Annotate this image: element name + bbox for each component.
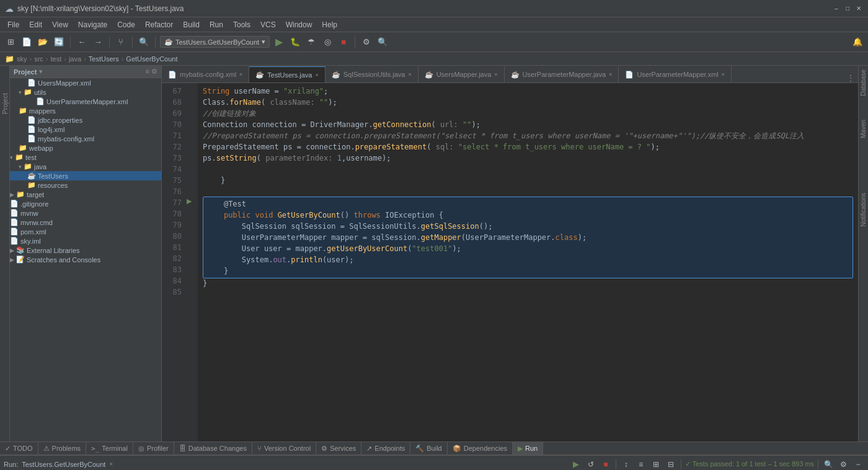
tree-item[interactable]: 📄 log4j.xml [10,125,161,134]
tree-item[interactable]: 📄 .gitignore [10,199,161,208]
tree-item[interactable]: 📄 mvnw.cmd [10,218,161,227]
tree-item[interactable]: 📄 jdbc.properties [10,115,161,125]
tab-overflow-button[interactable]: ⋮ [843,74,858,82]
tab-mybatis-config[interactable]: 📄 mybatis-config.xml × [162,66,249,82]
open-button[interactable]: 📂 [36,35,50,49]
menu-code[interactable]: Code [112,19,140,30]
tab-userparametermapper-java[interactable]: ☕ UserParameterMapper.java × [505,66,619,82]
tree-item[interactable]: 📄 sky.iml [10,236,161,246]
notifications-button[interactable]: 🔔 [851,35,864,49]
expand-button[interactable]: ⊞ [650,458,662,471]
tab-database-changes[interactable]: 🗄 Database Changes [174,442,252,454]
run-gutter-icon[interactable]: ▶ [187,197,192,205]
tab-userparametermapper-xml[interactable]: 📄 UserParameterMapper.xml × [619,66,732,82]
tab-close-icon[interactable]: × [315,72,318,78]
bc-getuserbycount[interactable]: GetUserByCount [126,55,177,63]
tree-item[interactable]: ▾ 📁 java [10,162,161,171]
tab-testusers[interactable]: ☕ TestUsers.java × [249,66,325,82]
tree-item[interactable]: 📄 UsersMapper.xml [10,78,161,87]
bc-src[interactable]: src [34,55,43,63]
code-content[interactable]: String userName = "xrilang"; Class.forNa… [198,83,858,441]
notifications-side-icon[interactable]: Notifications [860,193,867,226]
menu-vcs[interactable]: VCS [255,19,281,30]
sync-button[interactable]: 🔄 [52,35,66,49]
menu-refactor[interactable]: Refactor [140,19,178,30]
tab-problems[interactable]: ⚠ Problems [38,442,86,454]
run-button[interactable]: ▶ [272,35,286,49]
settings-icon[interactable]: ⚙ [151,68,157,76]
tab-version-control[interactable]: ⑂ Version Control [252,442,316,454]
menu-view[interactable]: View [47,19,73,30]
bc-test[interactable]: test [51,55,62,63]
minimize-button[interactable]: – [832,4,841,13]
menu-run[interactable]: Run [205,19,228,30]
close-button[interactable]: ✕ [854,4,863,13]
tree-item[interactable]: 📄 pom.xml [10,227,161,236]
menu-window[interactable]: Window [281,19,317,30]
back-button[interactable]: ← [75,35,89,49]
close-run-tab-icon[interactable]: × [109,461,113,468]
search-button[interactable]: 🔍 [137,35,151,49]
tab-close-icon[interactable]: × [494,71,497,78]
bc-java[interactable]: java [69,55,81,63]
tab-todo[interactable]: ✓ TODO [0,442,38,454]
project-panel-icon[interactable]: Project [1,93,9,114]
forward-button[interactable]: → [91,35,105,49]
run-again-button[interactable]: ▶ [570,458,582,471]
tree-item[interactable]: 📁 webapp [10,143,161,153]
tab-terminal[interactable]: >_ Terminal [86,442,133,454]
tree-item[interactable]: 📄 mybatis-config.xml [10,134,161,143]
tree-item[interactable]: 📁 mappers [10,106,161,115]
tab-endpoints[interactable]: ↗ Endpoints [361,442,410,454]
tree-item[interactable]: 📄 mvnw [10,208,161,218]
collapse-button[interactable]: ⊟ [665,458,677,471]
maximize-button[interactable]: □ [843,4,852,13]
stop-button[interactable]: ■ [337,35,350,49]
settings-button[interactable]: ⚙ [360,35,373,49]
menu-help[interactable]: Help [317,19,342,30]
maven-panel-icon[interactable]: Maven [860,120,867,138]
menu-build[interactable]: Build [178,19,205,30]
new-file-button[interactable]: 📄 [20,35,33,49]
debug-button[interactable]: 🐛 [288,35,302,49]
git-button[interactable]: ⑂ [114,35,128,49]
bc-testusers[interactable]: TestUsers [89,55,119,63]
tab-close-icon[interactable]: × [722,71,725,78]
menu-file[interactable]: File [2,19,24,30]
tree-item[interactable]: ▶ 📁 target [10,190,161,199]
filter-button[interactable]: ≡ [635,458,647,471]
coverage-button[interactable]: ☂ [304,35,318,49]
database-panel-icon[interactable]: Database [860,69,867,96]
tab-profiler[interactable]: ◎ Profiler [133,442,174,454]
tab-build[interactable]: 🔨 Build [410,442,447,454]
close-panel-button[interactable]: − [852,458,864,471]
tab-sqlsession[interactable]: ☕ SqlSessionUtils.java × [326,66,418,82]
bc-sky[interactable]: sky [17,55,27,63]
menu-tools[interactable]: Tools [228,19,255,30]
tree-item-scratches[interactable]: ▶ 📝 Scratches and Consoles [10,255,161,264]
tab-run[interactable]: ▶ Run [513,442,543,454]
rerun-failed-button[interactable]: ↺ [585,458,597,471]
tree-item-testusers[interactable]: ☕ TestUsers [10,171,161,180]
settings-run-button[interactable]: ⚙ [837,458,849,471]
tab-close-icon[interactable]: × [408,71,411,78]
sort-button[interactable]: ↕ [620,458,632,471]
collapse-all-button[interactable]: ≡ [146,68,149,76]
tab-close-icon[interactable]: × [609,71,612,78]
menu-edit[interactable]: Edit [24,19,47,30]
tab-services[interactable]: ⚙ Services [316,442,361,454]
profile-button[interactable]: ◎ [321,35,334,49]
tree-item[interactable]: ▾ 📁 utils [10,87,161,97]
tab-dependencies[interactable]: 📦 Dependencies [448,442,513,454]
tab-close-icon[interactable]: × [239,71,242,78]
code-editor[interactable]: 67 68 69 70 71 72 73 74 75 76 77 78 79 8… [162,83,858,441]
tree-item[interactable]: 📁 resources [10,180,161,190]
run-config-dropdown[interactable]: ☕ TestUsers.GetUserByCount ▾ [160,36,270,48]
menu-navigate[interactable]: Navigate [73,19,112,30]
stop-run-button[interactable]: ■ [600,458,612,471]
search-everywhere-button[interactable]: 🔍 [376,35,389,49]
tree-item[interactable]: ▾ 📁 test [10,153,161,162]
tab-usersmapper[interactable]: ☕ UsersMapper.java × [418,66,505,82]
search-run-button[interactable]: 🔍 [822,458,835,471]
project-icon[interactable]: ⊞ [4,35,17,49]
